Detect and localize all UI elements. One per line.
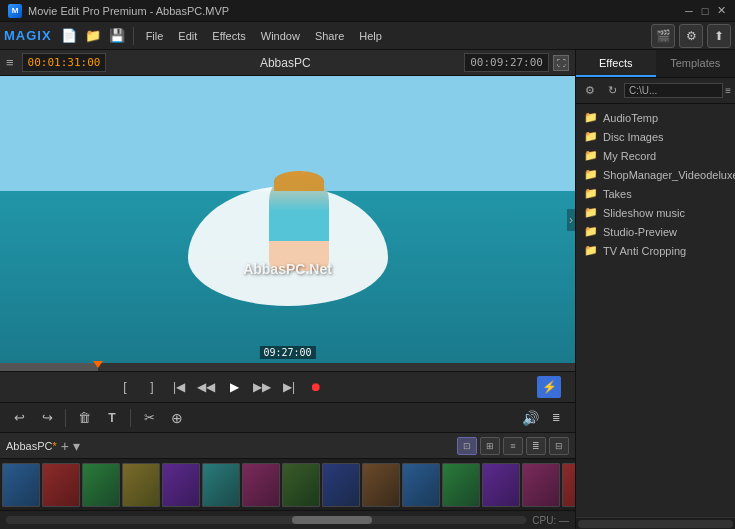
file-tree-item[interactable]: 📁Slideshow music xyxy=(576,203,735,222)
right-scrollbar[interactable] xyxy=(576,517,735,529)
lightning-button[interactable]: ⚡ xyxy=(537,376,561,398)
timecode-right: 00:09:27:00 xyxy=(464,53,549,72)
out-point-button[interactable]: ] xyxy=(139,375,165,399)
file-tree-item[interactable]: 📁AudioTemp xyxy=(576,108,735,127)
menu-file[interactable]: File xyxy=(139,28,171,44)
track-view-single[interactable]: ⊡ xyxy=(457,437,477,455)
timeline-thumb[interactable] xyxy=(442,463,480,507)
file-tree-item[interactable]: 📁Takes xyxy=(576,184,735,203)
save-file-button[interactable]: 💾 xyxy=(106,25,128,47)
track-view-compact[interactable]: ⊟ xyxy=(549,437,569,455)
timeline-thumb[interactable] xyxy=(522,463,560,507)
tab-effects[interactable]: Effects xyxy=(576,50,656,77)
right-panel: Effects Templates ⚙ ↻ C:\U... ≡ 📁AudioTe… xyxy=(575,50,735,529)
file-item-label: Studio-Preview xyxy=(603,226,677,238)
progress-bar-container[interactable] xyxy=(0,363,575,371)
track-header-right: ⊡ ⊞ ≡ ≣ ⊟ xyxy=(457,437,569,455)
transport-bar: ≡ 00:01:31:00 AbbasPC 00:09:27:00 ⛶ xyxy=(0,50,575,76)
timeline-thumb[interactable] xyxy=(202,463,240,507)
scrollbar-thumb[interactable] xyxy=(292,516,372,524)
file-tree-item[interactable]: 📁TV Anti Cropping xyxy=(576,241,735,260)
file-tree: 📁AudioTemp📁Disc Images📁My Record📁ShopMan… xyxy=(576,104,735,517)
step-back-button[interactable]: |◀ xyxy=(166,375,192,399)
toolbar-upload-button[interactable]: ⬆ xyxy=(707,24,731,48)
timecode-left: 00:01:31:00 xyxy=(22,53,107,72)
track-view-grid[interactable]: ⊞ xyxy=(480,437,500,455)
timeline-thumb[interactable] xyxy=(402,463,440,507)
delete-button[interactable]: 🗑 xyxy=(71,406,97,430)
new-file-button[interactable]: 📄 xyxy=(58,25,80,47)
menu-effects[interactable]: Effects xyxy=(205,28,252,44)
mixer-button[interactable]: ≣ xyxy=(543,406,569,430)
right-scroll-track[interactable] xyxy=(578,520,733,528)
add-track-button[interactable]: + ▾ xyxy=(61,438,80,454)
progress-bar-track xyxy=(0,363,575,371)
undo-button[interactable]: ↩ xyxy=(6,406,32,430)
panel-list-button[interactable]: ≡ xyxy=(725,85,731,96)
folder-icon: 📁 xyxy=(584,130,598,143)
playback-row: [ ] |◀ ◀◀ ▶ ▶▶ ▶| ⏺ ⚡ xyxy=(0,374,575,400)
hamburger-button[interactable]: ≡ xyxy=(6,55,14,70)
timeline-thumb[interactable] xyxy=(322,463,360,507)
minimize-button[interactable]: ─ xyxy=(683,5,695,17)
menu-window[interactable]: Window xyxy=(254,28,307,44)
tab-templates[interactable]: Templates xyxy=(656,50,736,77)
cut-button[interactable]: ✂ xyxy=(136,406,162,430)
edit-toolbar-right: 🔊 ≣ xyxy=(522,406,569,430)
folder-icon: 📁 xyxy=(584,111,598,124)
side-expand-arrow[interactable]: › xyxy=(567,209,575,231)
timeline-thumb[interactable] xyxy=(162,463,200,507)
panel-tabs: Effects Templates xyxy=(576,50,735,78)
toolbar-export-button[interactable]: 🎬 xyxy=(651,24,675,48)
timeline-thumb[interactable] xyxy=(482,463,520,507)
app-icon: M xyxy=(8,4,22,18)
timeline-thumb[interactable] xyxy=(362,463,400,507)
cpu-label: CPU: — xyxy=(532,515,569,526)
file-tree-item[interactable]: 📁ShopManager_Videodeluxe26_ xyxy=(576,165,735,184)
menu-bar: File Edit Effects Window Share Help xyxy=(139,28,649,44)
step-fwd-button[interactable]: ▶| xyxy=(276,375,302,399)
file-tree-item[interactable]: 📁Studio-Preview xyxy=(576,222,735,241)
edit-sep1 xyxy=(65,409,66,427)
timeline-thumb[interactable] xyxy=(2,463,40,507)
panel-settings-button[interactable]: ⚙ xyxy=(580,81,600,101)
file-item-label: Slideshow music xyxy=(603,207,685,219)
timeline-thumb[interactable] xyxy=(82,463,120,507)
menu-share[interactable]: Share xyxy=(308,28,351,44)
prev-button[interactable]: ◀◀ xyxy=(193,375,219,399)
toolbar: MAGIX 📄 📁 💾 File Edit Effects Window Sha… xyxy=(0,22,735,50)
toolbar-settings-button[interactable]: ⚙ xyxy=(679,24,703,48)
next-button[interactable]: ▶▶ xyxy=(249,375,275,399)
watermark: AbbasPC.Net xyxy=(243,261,332,277)
timeline-thumb[interactable] xyxy=(42,463,80,507)
insert-button[interactable]: ⊕ xyxy=(164,406,190,430)
record-button[interactable]: ⏺ xyxy=(303,375,329,399)
timeline-thumb[interactable] xyxy=(562,463,575,507)
maximize-button[interactable]: □ xyxy=(699,5,711,17)
text-button[interactable]: T xyxy=(99,406,125,430)
screen-mode-button[interactable]: ⛶ xyxy=(553,55,569,71)
open-file-button[interactable]: 📁 xyxy=(82,25,104,47)
file-item-label: Takes xyxy=(603,188,632,200)
track-view-list[interactable]: ≡ xyxy=(503,437,523,455)
in-point-button[interactable]: [ xyxy=(112,375,138,399)
timeline-thumb[interactable] xyxy=(242,463,280,507)
track-view-details[interactable]: ≣ xyxy=(526,437,546,455)
redo-button[interactable]: ↪ xyxy=(34,406,60,430)
play-button[interactable]: ▶ xyxy=(220,374,248,400)
menu-help[interactable]: Help xyxy=(352,28,389,44)
file-tree-item[interactable]: 📁My Record xyxy=(576,146,735,165)
file-item-label: TV Anti Cropping xyxy=(603,245,686,257)
timeline[interactable] xyxy=(0,459,575,511)
timeline-thumb[interactable] xyxy=(122,463,160,507)
panel-refresh-button[interactable]: ↻ xyxy=(602,81,622,101)
timeline-thumb[interactable] xyxy=(282,463,320,507)
file-tree-item[interactable]: 📁Disc Images xyxy=(576,127,735,146)
toolbar-separator xyxy=(133,27,134,45)
title-bar-controls: ─ □ ✕ xyxy=(683,5,727,17)
pb-right: ⚡ xyxy=(537,376,567,398)
toolbar-right: 🎬 ⚙ ⬆ xyxy=(651,24,731,48)
menu-edit[interactable]: Edit xyxy=(171,28,204,44)
scrollbar-track[interactable] xyxy=(6,516,526,524)
close-button[interactable]: ✕ xyxy=(715,5,727,17)
